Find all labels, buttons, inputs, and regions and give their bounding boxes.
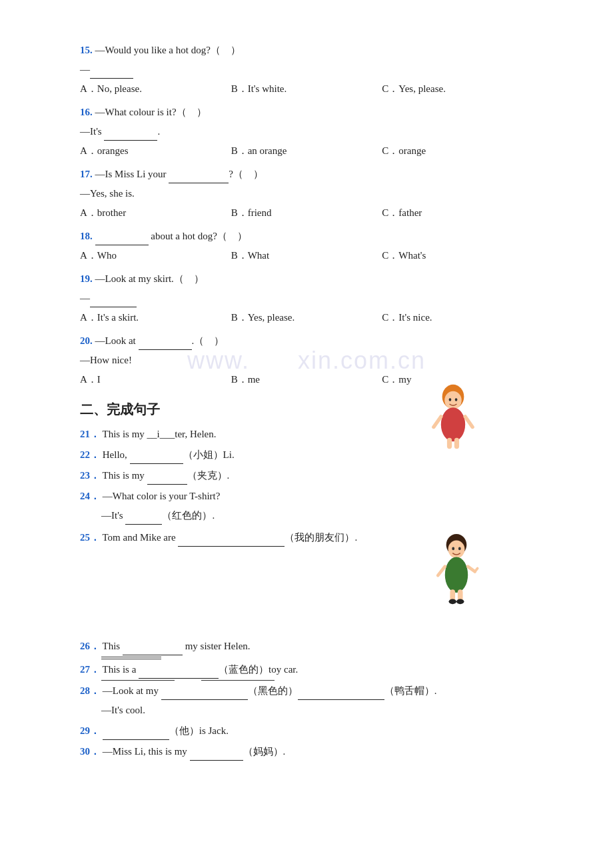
q24-line2: —It's （红色的）.: [101, 507, 533, 525]
q17-num: 17.: [80, 169, 93, 179]
q16-choice-a: A．oranges: [80, 142, 231, 160]
q16-choice-c: C．orange: [382, 142, 533, 160]
q26-underline2: [101, 659, 161, 659]
svg-point-11: [445, 557, 468, 593]
q18-choice-c: C．What's: [382, 247, 533, 265]
q18-choices: A．Who B．What C．What's: [80, 247, 533, 265]
q16-choice-b: B．an orange: [231, 142, 382, 160]
svg-rect-5: [447, 438, 452, 449]
q15-num: 15.: [80, 45, 93, 55]
q29: 29． （他）is Jack.: [80, 722, 533, 740]
svg-point-18: [452, 547, 454, 551]
q15-text: —Would you like a hot dog?（ ）: [95, 45, 241, 55]
question-18: 18. about a hot dog?（ ） A．Who B．What C．W…: [80, 227, 533, 265]
question-15: 15. —Would you like a hot dog?（ ） — A．No…: [80, 41, 533, 98]
q15-choice-b: B．It's white.: [231, 80, 382, 98]
q19-choice-a: A．It's a skirt.: [80, 309, 231, 327]
girl-illustration-2: [433, 533, 480, 607]
svg-point-2: [441, 407, 465, 441]
q15-choice-c: C．Yes, please.: [382, 80, 533, 98]
q27-underline1: [101, 680, 175, 681]
q15-choices: A．No, please. B．It's white. C．Yes, pleas…: [80, 80, 533, 98]
svg-line-20: [475, 569, 478, 572]
svg-point-19: [458, 547, 461, 551]
question-20: 20. —Look at .（ ） —How nice! A．I B．me C．…: [80, 332, 533, 389]
q26-underline1: [101, 657, 161, 657]
q18-choice-b: B．What: [231, 247, 382, 265]
q19-choices: A．It's a skirt. B．Yes, please. C．It's ni…: [80, 309, 533, 327]
girl-illustration-1: [426, 383, 480, 450]
question-17: 17. —Is Miss Li your ?（ ） —Yes, she is. …: [80, 165, 533, 222]
question-19: 19. —Look at my skirt.（ ） — A．It's a ski…: [80, 270, 533, 327]
svg-point-1: [444, 391, 461, 409]
q20-choice-a: A．I: [80, 371, 231, 389]
q24-line1: 24． —What color is your T-shirt?: [80, 487, 533, 505]
svg-point-17: [456, 599, 464, 605]
q18-choice-a: A．Who: [80, 247, 231, 265]
q19-choice-c: C．It's nice.: [382, 309, 533, 327]
svg-line-3: [434, 417, 441, 427]
questions-section: 15. —Would you like a hot dog?（ ） — A．No…: [80, 41, 533, 389]
q20-num: 20.: [80, 335, 93, 346]
q17-choice-a: A．brother: [80, 204, 231, 222]
question-16: 16. —What colour is it?（ ） —It's . A．ora…: [80, 103, 533, 160]
svg-point-10: [448, 541, 465, 559]
q19-num: 19.: [80, 273, 93, 284]
q15-choice-a: A．No, please.: [80, 80, 231, 98]
q18-num: 18.: [80, 231, 93, 241]
q17-choices: A．brother B．friend C．father: [80, 204, 533, 222]
q23: 23． This is my （夹克）.: [80, 467, 533, 485]
q20-choice-b: B．me: [231, 371, 382, 389]
q26: 26． This my sister Helen.: [80, 637, 533, 659]
q17-choice-c: C．father: [382, 204, 533, 222]
svg-point-16: [449, 599, 456, 605]
q16-num: 16.: [80, 107, 93, 117]
q30: 30． —Miss Li, this is my （妈妈）.: [80, 743, 533, 761]
q27: 27． This is a （蓝色的）toy car.: [80, 661, 533, 681]
svg-line-12: [438, 567, 445, 575]
q17-choice-b: B．friend: [231, 204, 382, 222]
svg-rect-6: [454, 438, 459, 449]
q27-underline2: [201, 680, 275, 681]
svg-point-7: [449, 398, 452, 401]
svg-point-8: [455, 398, 458, 401]
svg-line-13: [468, 567, 475, 572]
svg-line-4: [465, 417, 472, 427]
q19-choice-b: B．Yes, please.: [231, 309, 382, 327]
q16-choices: A．oranges B．an orange C．orange: [80, 142, 533, 160]
q28: 28． —Look at my （黑色的）（鸭舌帽）. —It's cool.: [80, 682, 533, 719]
